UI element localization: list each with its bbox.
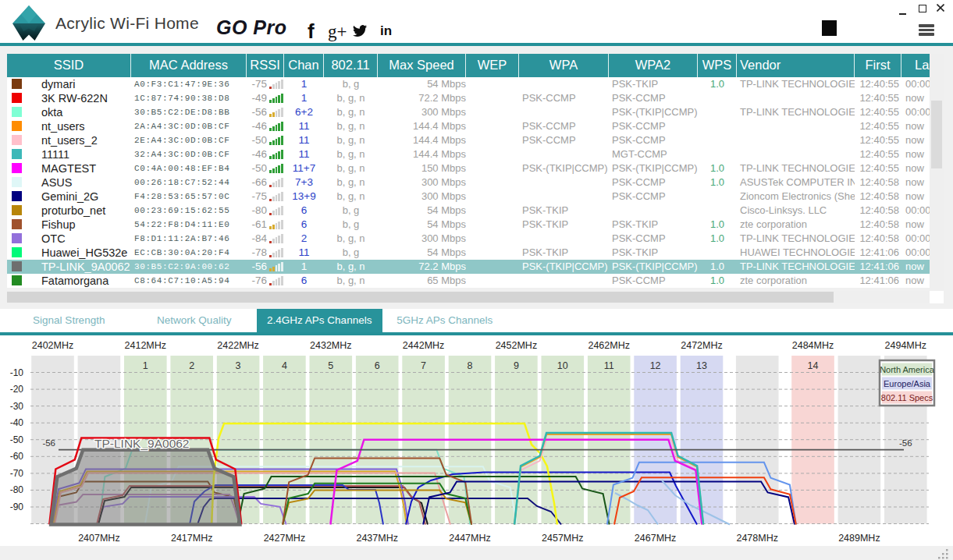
svg-text:2402MHz: 2402MHz — [32, 340, 74, 351]
svg-text:5: 5 — [328, 360, 333, 371]
svg-text:-70: -70 — [10, 468, 24, 479]
svg-text:2484MHz: 2484MHz — [792, 340, 834, 351]
svg-text:3: 3 — [236, 360, 241, 371]
svg-text:802.11 Specs: 802.11 Specs — [881, 393, 933, 402]
svg-text:2489MHz: 2489MHz — [838, 533, 880, 544]
svg-text:TP-LINK_9A0062: TP-LINK_9A0062 — [94, 437, 190, 450]
svg-text:2462MHz: 2462MHz — [588, 340, 630, 351]
svg-text:4: 4 — [282, 360, 287, 371]
svg-text:9: 9 — [514, 360, 519, 371]
svg-text:2: 2 — [189, 360, 194, 371]
svg-text:-56: -56 — [899, 438, 912, 448]
svg-text:-80: -80 — [10, 484, 24, 495]
svg-text:2417MHz: 2417MHz — [171, 533, 213, 544]
svg-text:2427MHz: 2427MHz — [264, 533, 306, 544]
svg-text:North America: North America — [880, 365, 935, 374]
svg-text:11: 11 — [604, 360, 614, 371]
svg-text:-30: -30 — [10, 401, 24, 412]
svg-text:13: 13 — [696, 360, 707, 371]
svg-text:2494MHz: 2494MHz — [885, 340, 927, 351]
svg-text:2412MHz: 2412MHz — [125, 340, 167, 351]
svg-text:2447MHz: 2447MHz — [449, 533, 491, 544]
svg-text:2422MHz: 2422MHz — [217, 340, 259, 351]
svg-text:-56: -56 — [42, 438, 55, 448]
svg-text:2437MHz: 2437MHz — [356, 533, 398, 544]
svg-text:8: 8 — [468, 360, 473, 371]
svg-text:12: 12 — [650, 360, 661, 371]
svg-text:-60: -60 — [10, 451, 24, 462]
svg-text:Europe/Asia: Europe/Asia — [884, 379, 931, 388]
svg-text:-10: -10 — [10, 367, 24, 378]
svg-text:2407MHz: 2407MHz — [78, 533, 120, 544]
svg-text:-40: -40 — [10, 417, 24, 428]
svg-text:7: 7 — [421, 360, 426, 371]
svg-text:-50: -50 — [10, 434, 24, 445]
svg-text:2472MHz: 2472MHz — [681, 340, 723, 351]
svg-text:2457MHz: 2457MHz — [542, 533, 584, 544]
svg-text:2467MHz: 2467MHz — [635, 533, 677, 544]
svg-text:2478MHz: 2478MHz — [736, 533, 778, 544]
svg-text:10: 10 — [557, 360, 568, 371]
svg-text:6: 6 — [375, 360, 380, 371]
svg-text:2442MHz: 2442MHz — [403, 340, 445, 351]
svg-text:1: 1 — [143, 360, 148, 371]
svg-text:2432MHz: 2432MHz — [310, 340, 352, 351]
svg-text:2452MHz: 2452MHz — [496, 340, 538, 351]
svg-text:-90: -90 — [10, 502, 24, 512]
svg-text:-20: -20 — [10, 384, 24, 395]
svg-text:14: 14 — [808, 360, 819, 371]
